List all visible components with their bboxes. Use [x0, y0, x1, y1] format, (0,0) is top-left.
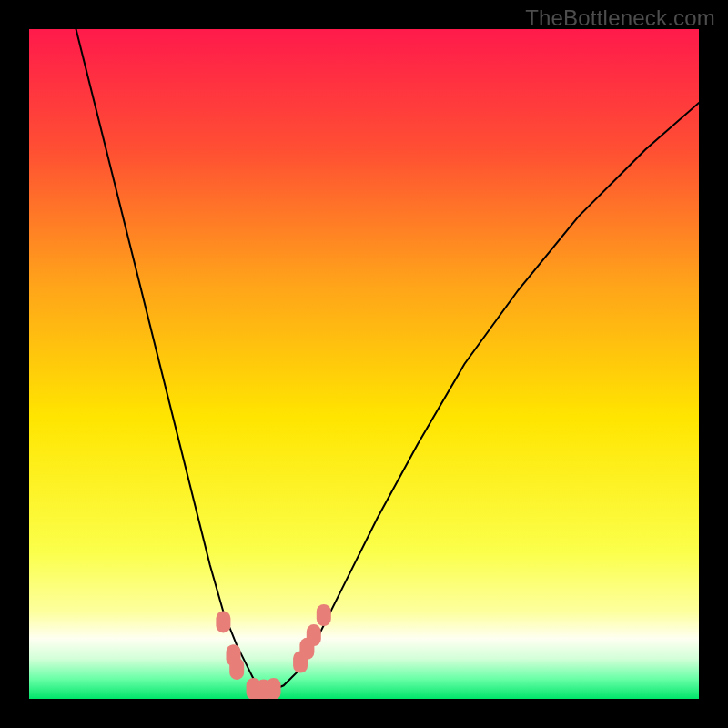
- data-marker: [229, 658, 244, 680]
- data-marker: [216, 611, 230, 632]
- data-marker: [317, 604, 331, 626]
- gradient-background: [29, 29, 699, 699]
- watermark-text: TheBottleneck.com: [525, 5, 715, 31]
- chart-frame: TheBottleneck.com: [0, 0, 728, 728]
- data-marker: [267, 678, 281, 699]
- data-marker: [307, 624, 321, 646]
- plot-svg: [29, 29, 699, 699]
- plot-area: [29, 29, 699, 699]
